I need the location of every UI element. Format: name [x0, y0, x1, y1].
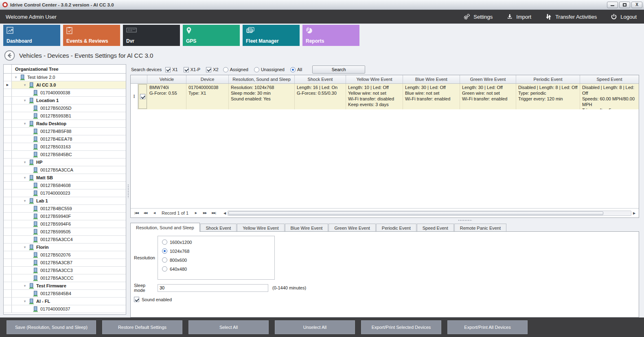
expander-icon[interactable]: ▾ — [22, 245, 27, 249]
expander-icon[interactable]: ▾ — [22, 176, 27, 180]
tree-item[interactable]: ▶ ▾ HP — [4, 159, 126, 166]
search-button[interactable]: Search — [312, 65, 365, 74]
next-page-button[interactable]: ▶▶ — [201, 209, 209, 217]
tree-item[interactable]: ▶ ▾ Test Firmware — [4, 282, 126, 290]
footer-button[interactable]: Export/Print All Devices — [447, 320, 528, 334]
tree-item[interactable]: ▶ ▾ Location 1 — [4, 97, 126, 104]
first-record-button[interactable]: |◀◀ — [132, 209, 140, 217]
tree-item[interactable]: ▶ ▾ Al CC 3.0 — [4, 81, 126, 89]
sleep-mode-input[interactable] — [158, 284, 268, 292]
tree-item[interactable]: ▶ ▾ 00127B5A3CCA — [4, 166, 126, 174]
device-type-checkbox[interactable]: X1-P — [184, 67, 200, 72]
tree-item[interactable]: ▶ ▾ 00127B4B5F88 — [4, 128, 126, 135]
expander-icon[interactable]: ▾ — [13, 75, 18, 79]
footer-button[interactable]: Restore Default Settings — [102, 320, 182, 334]
grid-column-header[interactable]: Yellow Wire Event — [346, 75, 403, 83]
grid-column-header[interactable]: Device — [186, 75, 229, 83]
grid-cell[interactable]: Length: 30 | Led: Off Green wire: not se… — [460, 84, 516, 109]
scroll-left-arrow[interactable]: ◀ — [222, 211, 228, 215]
grid-cell[interactable]: Disabled | Length: 8 | Led: Off Speeds: … — [580, 84, 639, 109]
scroll-right-arrow[interactable]: ▶ — [631, 211, 637, 215]
assignment-radio[interactable]: Unassigned — [254, 67, 285, 72]
resolution-option[interactable]: 640x480 — [162, 266, 274, 272]
tree-item[interactable]: ▶ ▾ 00127B4BC559 — [4, 205, 126, 213]
tile-dashboard[interactable]: Dashboard — [3, 25, 60, 46]
back-button[interactable] — [4, 50, 15, 61]
expander-icon[interactable]: ▾ — [22, 160, 27, 164]
device-type-checkbox[interactable]: X2 — [206, 67, 218, 72]
vertical-splitter[interactable] — [126, 64, 130, 317]
grid-cell[interactable]: Length: 30 | Led: Off Blue wire: not set… — [403, 84, 460, 109]
footer-button[interactable]: Save (Resolution, Sound and Sleep) — [7, 320, 96, 334]
tree-item[interactable]: ▶ ▾ 00127B502076 — [4, 251, 126, 259]
minimize-button[interactable] — [607, 2, 618, 8]
scrollbar-thumb[interactable] — [228, 211, 603, 215]
tree-item[interactable]: ▶ ▾ 00127B5A3CCC — [4, 274, 126, 282]
tree-item[interactable]: ▶ ▾ 00127B5A3CC4 — [4, 236, 126, 244]
grid-column-header[interactable]: Green Wire Event — [460, 75, 516, 83]
tree-item[interactable]: ▶ ▾ 00127B4EEA78 — [4, 135, 126, 143]
prev-record-button[interactable]: ◀ — [150, 209, 158, 217]
grid-column-header[interactable]: Shock Event — [295, 75, 346, 83]
tab[interactable]: Green Wire Event — [329, 224, 375, 232]
tile-dvr[interactable]: Dvr — [123, 25, 180, 46]
last-record-button[interactable]: ▶▶| — [210, 209, 218, 217]
grid-data-row[interactable]: I BMW740i G-Force: 0.55017040000038 Type… — [131, 84, 639, 109]
tree-item[interactable]: ▶ ▾ Lab 1 — [4, 197, 126, 205]
transfer-activities-button[interactable]: Transfer Activities — [545, 13, 597, 20]
grid-cell[interactable]: Disabled | Length: 8 | Led: Off Type: pe… — [516, 84, 580, 109]
expander-icon[interactable]: ▾ — [22, 98, 27, 102]
tree-item[interactable]: ▶ ▾ 017040000023 — [4, 189, 126, 197]
tree-item[interactable]: ▶ ▾ 00127B5993B1 — [4, 112, 126, 120]
resolution-option[interactable]: 800x600 — [162, 257, 274, 263]
grid-cell[interactable]: BMW740i G-Force: 0.55 — [147, 84, 186, 109]
expander-icon[interactable]: ▾ — [22, 199, 27, 203]
sound-enabled-checkbox[interactable]: Sound enabled — [134, 297, 639, 302]
device-type-checkbox[interactable]: X1 — [165, 67, 177, 72]
tab[interactable]: Remote Panic Event — [454, 224, 506, 232]
tree-item[interactable]: ▶ ▾ 00127B584608 — [4, 182, 126, 189]
settings-button[interactable]: Settings — [463, 13, 493, 20]
close-button[interactable]: X — [631, 2, 642, 8]
grid-column-header[interactable]: Speed Event — [580, 75, 639, 83]
tile-gps[interactable]: GPS — [183, 25, 240, 46]
tab[interactable]: Speed Event — [417, 224, 454, 232]
horizontal-splitter[interactable] — [130, 218, 639, 223]
footer-button[interactable]: Unselect All — [275, 320, 355, 334]
tree-item[interactable]: ▶ ▾ 017040000037 — [4, 305, 126, 313]
tab[interactable]: Shock Event — [200, 224, 237, 232]
tab[interactable]: Blue Wire Event — [285, 224, 329, 232]
assignment-radio[interactable]: All — [290, 67, 302, 72]
row-select-cell[interactable] — [138, 84, 147, 109]
expander-icon[interactable]: ▾ — [22, 83, 27, 87]
tree-item[interactable]: ▶ ▾ 017040000038 — [4, 89, 126, 97]
grid-column-header[interactable]: Blue Wire Event — [403, 75, 460, 83]
expander-icon[interactable]: ▾ — [22, 284, 27, 288]
tile-fleet-manager[interactable]: Fleet Manager — [243, 25, 300, 46]
tile-events-reviews[interactable]: Events & Reviews — [63, 25, 120, 46]
expander-icon[interactable]: ▾ — [22, 299, 27, 303]
next-record-button[interactable]: ▶ — [192, 209, 200, 217]
tree-item[interactable]: ▶ ▾ 00127B5845BC — [4, 151, 126, 159]
tree-item[interactable]: ▶ ▾ Florin — [4, 244, 126, 251]
scrollbar-track[interactable] — [228, 211, 631, 216]
footer-button[interactable]: Export/Print Selected Devices — [361, 320, 441, 334]
tab[interactable]: Yellow Wire Event — [237, 224, 284, 232]
import-button[interactable]: Import — [506, 13, 531, 20]
tree-item[interactable]: ▶ ▾ 00127B50205D — [4, 104, 126, 112]
tree-item[interactable]: ▶ ▾ 00127B5845B4 — [4, 290, 126, 298]
tree-item[interactable]: ▶ ▾ Radu Desktop — [4, 120, 126, 128]
tree-item[interactable]: ▶ ▾ Al - FL — [4, 298, 126, 305]
assignment-radio[interactable]: Assigned — [223, 67, 248, 72]
tree-item[interactable]: ▶ ▾ 00127B5A3CC3 — [4, 267, 126, 274]
tile-reports[interactable]: Reports — [302, 25, 359, 46]
tab[interactable]: Periodic Event — [376, 224, 416, 232]
grid-cell[interactable]: Resolution: 1024x768 Sleep mode: 30 min … — [229, 84, 295, 109]
prev-page-button[interactable]: ◀◀ — [141, 209, 149, 217]
tree-item[interactable]: ▶ ▾ 00127B5A3CB7 — [4, 259, 126, 267]
logout-button[interactable]: Logout — [611, 13, 637, 20]
tree-item[interactable]: ▶ ▾ 00127B503163 — [4, 143, 126, 151]
grid-cell[interactable]: Length: 10 | Led: Off Yellow wire: not s… — [346, 84, 403, 109]
footer-button[interactable]: Select All — [188, 320, 269, 334]
grid-column-header[interactable]: Resolution, Sound and Sleep — [229, 75, 295, 83]
